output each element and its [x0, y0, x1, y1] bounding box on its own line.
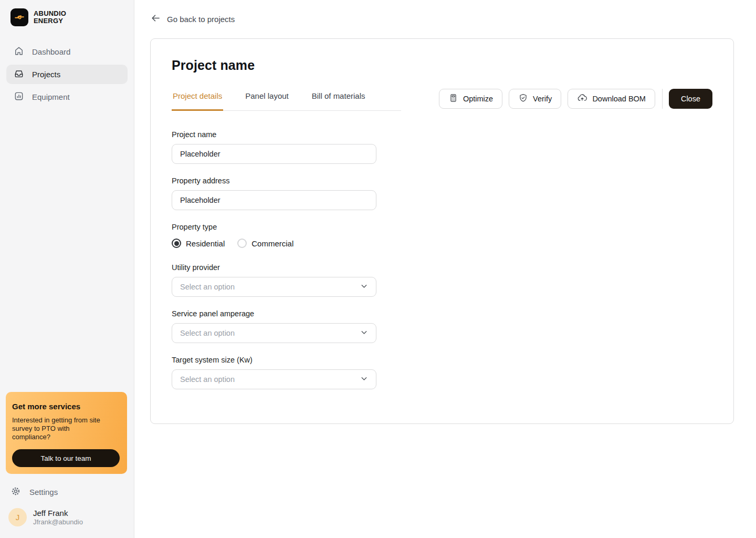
select-placeholder: Select an option [180, 329, 235, 337]
optimize-label: Optimize [463, 95, 493, 103]
radio-unselected-icon [237, 239, 247, 248]
sidebar-item-label: Dashboard [32, 47, 70, 56]
main-content: Go back to projects Project name Project… [134, 0, 756, 538]
back-link[interactable]: Go back to projects [150, 13, 235, 25]
brand-name: ABUNDIO ENERGY [34, 10, 66, 24]
user-name: Jeff Frank [33, 509, 83, 518]
field-label: Target system size (Kw) [172, 356, 376, 364]
select-placeholder: Select an option [180, 283, 235, 291]
sidebar-item-projects[interactable]: Projects [6, 65, 128, 84]
tab-project-details[interactable]: Project details [172, 89, 223, 111]
radio-residential[interactable]: Residential [172, 239, 225, 248]
utility-provider-field: Utility provider Select an option [172, 263, 376, 297]
target-system-size-field: Target system size (Kw) Select an option [172, 356, 376, 389]
target-system-size-select[interactable]: Select an option [172, 369, 376, 389]
property-address-field: Property address [172, 177, 376, 210]
project-name-field: Project name [172, 130, 376, 164]
property-type-radio-group: Residential Commercial [172, 239, 376, 248]
home-icon [14, 46, 24, 58]
user-email: Jfrank@abundio [33, 518, 83, 526]
chevron-down-icon [360, 374, 369, 385]
user-info: Jeff Frank Jfrank@abundio [33, 509, 83, 526]
service-panel-amperage-select[interactable]: Select an option [172, 323, 376, 343]
cloud-upload-icon [577, 93, 587, 105]
utility-provider-select[interactable]: Select an option [172, 277, 376, 297]
radio-selected-icon [172, 239, 181, 248]
promo-body: Interested in getting from site survey t… [12, 416, 107, 441]
verify-label: Verify [533, 95, 552, 103]
sidebar-item-settings[interactable]: Settings [0, 480, 134, 504]
sidebar-item-label: Projects [32, 70, 60, 79]
knot-logo-icon [10, 8, 28, 26]
chevron-down-icon [360, 328, 369, 339]
chevron-down-icon [360, 282, 369, 293]
shield-check-icon [518, 93, 528, 105]
download-bom-button[interactable]: Download BOM [568, 89, 655, 109]
user-profile[interactable]: J Jeff Frank Jfrank@abundio [0, 504, 134, 538]
sidebar-item-label: Equipment [32, 92, 70, 101]
service-panel-amperage-field: Service panel amperage Select an option [172, 309, 376, 343]
radio-label: Residential [186, 239, 225, 248]
talk-to-team-button[interactable]: Talk to our team [12, 449, 120, 467]
inbox-icon [14, 68, 24, 80]
sidebar-item-dashboard[interactable]: Dashboard [6, 42, 128, 61]
sidebar: ABUNDIO ENERGY Dashboard [0, 0, 134, 538]
tab-bar: Project details Panel layout Bill of mat… [172, 89, 401, 111]
settings-label: Settings [29, 488, 58, 496]
project-details-form: Project name Property address Property t… [172, 130, 376, 389]
select-placeholder: Select an option [180, 375, 235, 384]
card-header-row: Project details Panel layout Bill of mat… [172, 89, 712, 111]
action-buttons: Optimize Verify [439, 89, 712, 109]
property-type-field: Property type Residential Commercial [172, 223, 376, 248]
sidebar-spacer [0, 110, 134, 392]
property-address-input[interactable] [172, 190, 376, 210]
back-label: Go back to projects [167, 15, 235, 24]
actions-divider [662, 89, 663, 109]
close-button[interactable]: Close [669, 89, 712, 109]
field-label: Property address [172, 177, 376, 185]
field-label: Property type [172, 223, 376, 231]
sidebar-nav: Dashboard Projects Equip [0, 42, 134, 110]
page-title: Project name [172, 58, 712, 73]
calculator-icon [448, 93, 458, 105]
verify-button[interactable]: Verify [509, 89, 561, 109]
field-label: Service panel amperage [172, 309, 376, 318]
avatar: J [8, 508, 27, 526]
tab-bill-of-materials[interactable]: Bill of materials [311, 89, 366, 111]
app-window: ABUNDIO ENERGY Dashboard [0, 0, 756, 538]
brand-logo: ABUNDIO ENERGY [0, 0, 134, 26]
sidebar-item-equipment[interactable]: Equipment [6, 87, 128, 107]
field-label: Utility provider [172, 263, 376, 272]
gear-icon [10, 486, 21, 498]
tab-panel-layout[interactable]: Panel layout [244, 89, 290, 111]
promo-title: Get more services [12, 402, 120, 411]
optimize-button[interactable]: Optimize [439, 89, 502, 109]
arrow-left-icon [150, 13, 161, 25]
field-label: Project name [172, 130, 376, 139]
download-bom-label: Download BOM [592, 95, 646, 103]
project-name-input[interactable] [172, 144, 376, 164]
promo-card: Get more services Interested in getting … [6, 392, 127, 474]
bar-chart-icon [14, 91, 24, 103]
radio-commercial[interactable]: Commercial [237, 239, 293, 248]
radio-label: Commercial [251, 239, 293, 248]
project-card: Project name Project details Panel layou… [150, 38, 734, 424]
